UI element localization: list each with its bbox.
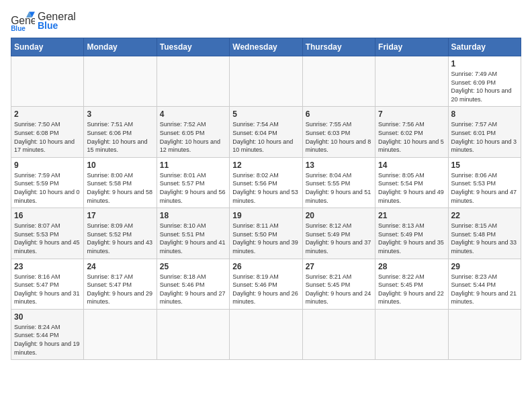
day-number: 19 — [232, 211, 299, 220]
day-info: Sunrise: 7:52 AMSunset: 6:05 PMDaylight:… — [160, 120, 226, 154]
day-info: Sunrise: 8:10 AMSunset: 5:51 PMDaylight:… — [160, 222, 226, 255]
day-number: 25 — [160, 262, 226, 271]
calendar-cell: 16 Sunrise: 8:07 AMSunset: 5:53 PMDaylig… — [11, 208, 84, 259]
calendar-cell: 8 Sunrise: 7:57 AMSunset: 6:01 PMDayligh… — [448, 107, 521, 157]
calendar-cell: 6 Sunrise: 7:55 AMSunset: 6:03 PMDayligh… — [302, 107, 375, 157]
day-info: Sunrise: 7:50 AMSunset: 6:08 PMDaylight:… — [14, 120, 81, 154]
day-info: Sunrise: 8:05 AMSunset: 5:54 PMDaylight:… — [378, 171, 445, 205]
day-number: 4 — [160, 109, 226, 119]
calendar-cell: 18 Sunrise: 8:10 AMSunset: 5:51 PMDaylig… — [157, 208, 229, 259]
day-info: Sunrise: 7:54 AMSunset: 6:04 PMDaylight:… — [232, 120, 299, 154]
day-number: 27 — [306, 262, 372, 271]
calendar-cell: 3 Sunrise: 7:51 AMSunset: 6:06 PMDayligh… — [84, 107, 157, 157]
calendar-cell: 28 Sunrise: 8:22 AMSunset: 5:45 PMDaylig… — [375, 259, 448, 309]
day-number: 12 — [232, 161, 299, 170]
day-info: Sunrise: 8:15 AMSunset: 5:48 PMDaylight:… — [451, 222, 518, 255]
day-info: Sunrise: 7:49 AMSunset: 6:09 PMDaylight:… — [451, 70, 518, 103]
day-info: Sunrise: 8:21 AMSunset: 5:45 PMDaylight:… — [306, 273, 372, 306]
day-info: Sunrise: 8:19 AMSunset: 5:46 PMDaylight:… — [232, 273, 299, 306]
day-info: Sunrise: 8:00 AMSunset: 5:58 PMDaylight:… — [87, 171, 153, 205]
weekday-header-row: SundayMondayTuesdayWednesdayThursdayFrid… — [11, 38, 521, 56]
day-number: 28 — [378, 262, 445, 271]
calendar-cell: 15 Sunrise: 8:06 AMSunset: 5:53 PMDaylig… — [448, 157, 521, 208]
calendar-cell: 23 Sunrise: 8:16 AMSunset: 5:47 PMDaylig… — [11, 259, 84, 309]
day-info: Sunrise: 7:57 AMSunset: 6:01 PMDaylight:… — [451, 120, 518, 154]
day-number: 5 — [232, 109, 299, 119]
calendar-cell: 22 Sunrise: 8:15 AMSunset: 5:48 PMDaylig… — [448, 208, 521, 259]
day-number: 24 — [87, 262, 153, 271]
day-number: 8 — [451, 109, 518, 119]
day-number: 9 — [14, 161, 81, 170]
day-info: Sunrise: 7:56 AMSunset: 6:02 PMDaylight:… — [378, 120, 445, 154]
calendar-cell: 11 Sunrise: 8:01 AMSunset: 5:57 PMDaylig… — [157, 157, 229, 208]
day-info: Sunrise: 7:59 AMSunset: 5:59 PMDaylight:… — [14, 171, 81, 205]
calendar-cell — [448, 309, 521, 359]
calendar-cell: 26 Sunrise: 8:19 AMSunset: 5:46 PMDaylig… — [230, 259, 302, 309]
day-number: 18 — [160, 211, 226, 220]
calendar-cell — [230, 56, 302, 107]
day-info: Sunrise: 7:51 AMSunset: 6:06 PMDaylight:… — [87, 120, 153, 154]
calendar-week-5: 23 Sunrise: 8:16 AMSunset: 5:47 PMDaylig… — [11, 259, 521, 309]
day-number: 1 — [451, 59, 518, 68]
day-info: Sunrise: 8:24 AMSunset: 5:44 PMDaylight:… — [14, 323, 81, 357]
day-number: 20 — [306, 211, 372, 220]
day-number: 10 — [87, 161, 153, 170]
weekday-header-tuesday: Tuesday — [157, 38, 229, 56]
calendar: SundayMondayTuesdayWednesdayThursdayFrid… — [11, 38, 521, 360]
calendar-cell: 12 Sunrise: 8:02 AMSunset: 5:56 PMDaylig… — [230, 157, 302, 208]
day-number: 16 — [14, 211, 81, 220]
calendar-cell: 1 Sunrise: 7:49 AMSunset: 6:09 PMDayligh… — [448, 56, 521, 107]
weekday-header-saturday: Saturday — [448, 38, 521, 56]
day-number: 15 — [451, 161, 518, 170]
calendar-week-2: 2 Sunrise: 7:50 AMSunset: 6:08 PMDayligh… — [11, 107, 521, 157]
logo-icon: General Blue — [11, 11, 35, 31]
calendar-cell — [302, 309, 375, 359]
day-number: 7 — [378, 109, 445, 119]
weekday-header-sunday: Sunday — [11, 38, 84, 56]
day-number: 11 — [160, 161, 226, 170]
day-info: Sunrise: 8:09 AMSunset: 5:52 PMDaylight:… — [87, 222, 153, 255]
day-number: 26 — [232, 262, 299, 271]
calendar-cell: 29 Sunrise: 8:23 AMSunset: 5:44 PMDaylig… — [448, 259, 521, 309]
calendar-cell: 9 Sunrise: 7:59 AMSunset: 5:59 PMDayligh… — [11, 157, 84, 208]
calendar-cell — [157, 56, 229, 107]
calendar-cell: 17 Sunrise: 8:09 AMSunset: 5:52 PMDaylig… — [84, 208, 157, 259]
day-number: 29 — [451, 262, 518, 271]
calendar-cell — [375, 56, 448, 107]
calendar-cell — [302, 56, 375, 107]
day-info: Sunrise: 8:04 AMSunset: 5:55 PMDaylight:… — [306, 171, 372, 205]
calendar-cell: 4 Sunrise: 7:52 AMSunset: 6:05 PMDayligh… — [157, 107, 229, 157]
calendar-cell: 27 Sunrise: 8:21 AMSunset: 5:45 PMDaylig… — [302, 259, 375, 309]
calendar-cell: 2 Sunrise: 7:50 AMSunset: 6:08 PMDayligh… — [11, 107, 84, 157]
calendar-cell: 30 Sunrise: 8:24 AMSunset: 5:44 PMDaylig… — [11, 309, 84, 359]
day-number: 21 — [378, 211, 445, 220]
calendar-cell: 13 Sunrise: 8:04 AMSunset: 5:55 PMDaylig… — [302, 157, 375, 208]
calendar-cell — [84, 309, 157, 359]
calendar-cell: 21 Sunrise: 8:13 AMSunset: 5:49 PMDaylig… — [375, 208, 448, 259]
calendar-cell: 19 Sunrise: 8:11 AMSunset: 5:50 PMDaylig… — [230, 208, 302, 259]
weekday-header-monday: Monday — [84, 38, 157, 56]
day-info: Sunrise: 8:06 AMSunset: 5:53 PMDaylight:… — [451, 171, 518, 205]
calendar-cell — [375, 309, 448, 359]
day-number: 22 — [451, 211, 518, 220]
calendar-cell: 7 Sunrise: 7:56 AMSunset: 6:02 PMDayligh… — [375, 107, 448, 157]
day-info: Sunrise: 7:55 AMSunset: 6:03 PMDaylight:… — [306, 120, 372, 154]
day-info: Sunrise: 8:12 AMSunset: 5:49 PMDaylight:… — [306, 222, 372, 255]
calendar-week-1: 1 Sunrise: 7:49 AMSunset: 6:09 PMDayligh… — [11, 56, 521, 107]
day-number: 13 — [306, 161, 372, 170]
calendar-cell — [84, 56, 157, 107]
day-number: 6 — [306, 109, 372, 119]
calendar-cell — [157, 309, 229, 359]
calendar-cell — [11, 56, 84, 107]
calendar-week-4: 16 Sunrise: 8:07 AMSunset: 5:53 PMDaylig… — [11, 208, 521, 259]
calendar-cell: 24 Sunrise: 8:17 AMSunset: 5:47 PMDaylig… — [84, 259, 157, 309]
day-number: 14 — [378, 161, 445, 170]
day-info: Sunrise: 8:13 AMSunset: 5:49 PMDaylight:… — [378, 222, 445, 255]
day-number: 17 — [87, 211, 153, 220]
day-info: Sunrise: 8:22 AMSunset: 5:45 PMDaylight:… — [378, 273, 445, 306]
weekday-header-wednesday: Wednesday — [230, 38, 302, 56]
calendar-cell: 5 Sunrise: 7:54 AMSunset: 6:04 PMDayligh… — [230, 107, 302, 157]
header: General Blue General Blue — [11, 11, 521, 31]
day-info: Sunrise: 8:23 AMSunset: 5:44 PMDaylight:… — [451, 273, 518, 306]
calendar-cell: 20 Sunrise: 8:12 AMSunset: 5:49 PMDaylig… — [302, 208, 375, 259]
